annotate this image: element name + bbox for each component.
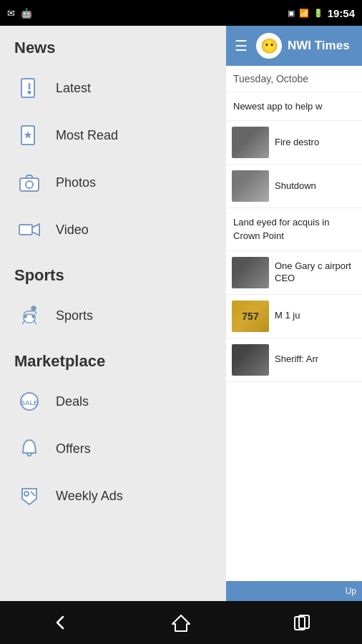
bottom-nav <box>0 601 362 644</box>
sidebar: News Latest Most Read <box>0 26 226 601</box>
sidebar-item-latest[interactable]: Latest <box>0 64 226 112</box>
android-icon: 🤖 <box>21 8 32 19</box>
back-button[interactable] <box>39 608 82 637</box>
sidebar-item-most-read-label: Most Read <box>56 128 118 143</box>
news-item-shutdown[interactable]: Shutdown <box>226 165 362 208</box>
news-thumbnail-fire <box>232 127 269 158</box>
email-icon: ✉ <box>7 8 15 19</box>
doc-exclaim-icon <box>14 73 44 103</box>
svg-marker-17 <box>172 615 190 631</box>
news-bottom-bar: Up <box>226 581 362 601</box>
sale-tag-icon: SALE <box>14 386 44 416</box>
sidebar-item-video[interactable]: Video <box>0 206 226 253</box>
status-bar-right: ▣ 📶 🔋 19:54 <box>288 7 355 19</box>
sidebar-item-sports-label: Sports <box>56 308 93 323</box>
news-item-sheriff[interactable]: Sheriff: Arr <box>226 338 362 382</box>
sidebar-item-deals[interactable]: SALE Deals <box>0 378 226 425</box>
news-item-land-crown[interactable]: Land eyed for acquis in Crown Point <box>226 208 362 250</box>
sidebar-item-offers[interactable]: Offers <box>0 425 226 472</box>
news-thumbnail-757: 757 <box>232 301 269 332</box>
sports-section-header: Sports <box>0 253 226 292</box>
news-item-757[interactable]: 757 M 1 ju <box>226 295 362 338</box>
sidebar-item-weekly-ads[interactable]: Weekly Ads <box>0 472 226 519</box>
recents-button[interactable] <box>280 608 323 637</box>
news-item-fire[interactable]: Fire destro <box>226 121 362 165</box>
sports-figure-icon <box>14 301 44 331</box>
news-item-newest-app[interactable]: Newest app to help w <box>226 92 362 121</box>
sidebar-item-weekly-ads-label: Weekly Ads <box>56 489 123 504</box>
news-headline-one-gary: One Gary c airport CEO <box>275 260 356 285</box>
svg-text:SALE: SALE <box>21 399 38 406</box>
news-headline-land-crown: Land eyed for acquis in Crown Point <box>233 217 329 241</box>
home-button[interactable] <box>160 608 202 637</box>
sidebar-item-deals-label: Deals <box>56 394 89 409</box>
svg-rect-7 <box>19 225 32 235</box>
sidebar-item-offers-label: Offers <box>56 441 91 457</box>
news-headline-fire: Fire destro <box>275 137 356 149</box>
signal-icon: 📶 <box>299 9 309 18</box>
news-section-header: News <box>0 26 226 64</box>
sidebar-item-photos-label: Photos <box>56 175 96 190</box>
svg-rect-5 <box>20 178 39 191</box>
svg-point-11 <box>24 315 26 318</box>
right-panel: ☰ 😶 NWI Times Tuesday, Octobe Newest app… <box>226 26 362 601</box>
news-headline-newest-app: Newest app to help w <box>233 101 322 112</box>
sidebar-item-photos[interactable]: Photos <box>0 159 226 206</box>
news-bottom-label: Up <box>346 586 356 596</box>
status-time: 19:54 <box>328 7 355 19</box>
app-logo-face-icon: 😶 <box>260 37 278 54</box>
battery-icon: 🔋 <box>313 9 323 18</box>
video-camera-icon <box>14 215 44 245</box>
news-feed: Tuesday, Octobe Newest app to help w Fir… <box>226 66 362 581</box>
app-title: NWI Times <box>288 39 350 53</box>
news-headline-sheriff: Sheriff: Arr <box>275 353 356 366</box>
sidebar-item-video-label: Video <box>56 223 89 238</box>
svg-marker-8 <box>32 224 39 235</box>
news-headline-757: M 1 ju <box>275 310 356 322</box>
app-header: ☰ 😶 NWI Times <box>226 26 362 66</box>
camera-icon <box>14 167 44 197</box>
sim-icon: ▣ <box>288 9 295 18</box>
status-bar: ✉ 🤖 ▣ 📶 🔋 19:54 <box>0 0 362 26</box>
svg-rect-0 <box>21 79 34 97</box>
app-logo: 😶 <box>256 33 282 59</box>
status-bar-left: ✉ 🤖 <box>7 8 32 19</box>
price-tag-icon <box>14 481 44 511</box>
news-thumbnail-shutdown <box>232 170 269 202</box>
bell-icon <box>14 434 44 464</box>
sidebar-item-latest-label: Latest <box>56 81 91 96</box>
hamburger-button[interactable]: ☰ <box>232 34 250 57</box>
main-container: News Latest Most Read <box>0 26 362 601</box>
news-thumbnail-one-gary <box>232 257 269 288</box>
date-header: Tuesday, Octobe <box>226 66 362 92</box>
news-thumbnail-sheriff <box>232 344 269 376</box>
svg-point-2 <box>29 92 31 94</box>
svg-point-12 <box>32 315 35 318</box>
news-item-one-gary[interactable]: One Gary c airport CEO <box>226 251 362 295</box>
svg-point-9 <box>31 306 36 311</box>
marketplace-section-header: Marketplace <box>0 339 226 378</box>
news-headline-shutdown: Shutdown <box>275 180 356 192</box>
sidebar-item-most-read[interactable]: Most Read <box>0 112 226 159</box>
sidebar-item-sports[interactable]: Sports <box>0 292 226 339</box>
doc-star-icon <box>14 120 44 150</box>
